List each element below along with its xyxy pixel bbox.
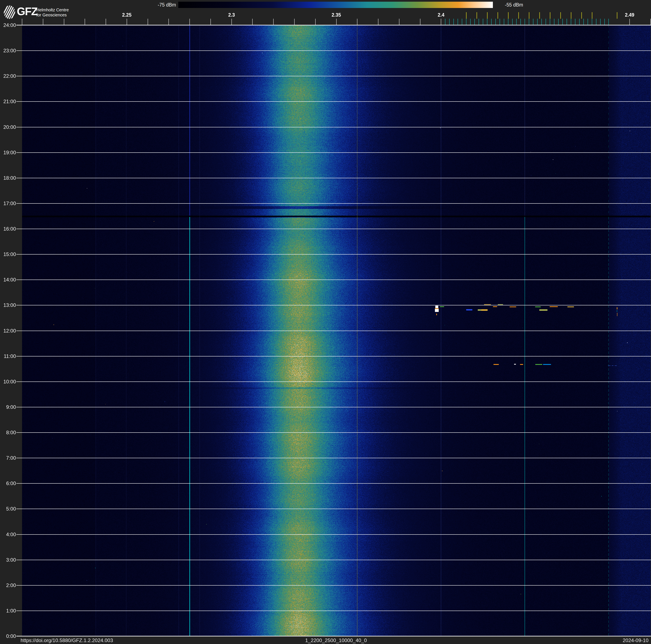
freq-tick	[315, 19, 316, 25]
date-text: 2024-09-10	[623, 638, 649, 643]
colorbar-gradient	[178, 2, 493, 8]
time-label: 1:00	[0, 608, 16, 614]
ble-channel-tick	[600, 19, 600, 25]
org-line1: Helmholtz Centre	[36, 7, 69, 12]
ble-channel-tick	[588, 19, 588, 25]
time-label: 10:00	[0, 379, 16, 384]
time-label: 7:00	[0, 455, 16, 461]
time-label: 17:00	[0, 201, 16, 206]
ble-channel-tick	[546, 19, 546, 25]
ble-channel-tick	[596, 19, 596, 25]
time-label: 12:00	[0, 328, 16, 333]
wifi-channel-tick	[529, 12, 529, 19]
time-label: 3:00	[0, 557, 16, 563]
ble-channel-tick	[504, 19, 504, 25]
time-label: 5:00	[0, 506, 16, 511]
freq-tick	[210, 19, 211, 25]
ble-channel-tick	[541, 19, 542, 25]
ble-channel-tick	[575, 19, 576, 25]
dataset-id-text: 1_2200_2500_10000_40_0	[273, 638, 399, 643]
ble-channel-tick	[537, 19, 537, 25]
ble-channel-tick	[579, 19, 580, 25]
time-label: 11:00	[0, 354, 16, 359]
wifi-channel-tick	[518, 12, 519, 19]
wifi-channel-tick	[560, 12, 561, 19]
ble-channel-tick	[525, 19, 525, 25]
freq-tick	[168, 19, 169, 25]
time-label: 22:00	[0, 74, 16, 79]
freq-tick	[294, 19, 294, 25]
time-label: 0:00	[0, 634, 16, 639]
time-label: 18:00	[0, 175, 16, 181]
ble-channel-tick	[571, 19, 571, 25]
freq-tick	[252, 19, 253, 25]
ble-channel-tick	[516, 19, 517, 25]
time-label: 20:00	[0, 124, 16, 130]
wifi-channel-tick	[476, 12, 477, 19]
time-label: 21:00	[0, 99, 16, 104]
ble-channel-tick	[458, 19, 458, 25]
org-line2: for Geosciences	[36, 12, 69, 18]
gfz-logo-icon	[4, 5, 15, 19]
ble-channel-tick	[512, 19, 513, 25]
time-label: 2:00	[0, 583, 16, 588]
ble-channel-tick	[495, 19, 496, 25]
ble-channel-tick	[491, 19, 492, 25]
ble-channel-tick	[500, 19, 500, 25]
freq-tick	[399, 19, 399, 25]
logo-text: GFZ	[17, 6, 37, 17]
time-label: 8:00	[0, 430, 16, 435]
ble-channel-tick	[487, 19, 488, 25]
wifi-channel-tick	[617, 12, 617, 19]
time-label: 13:00	[0, 302, 16, 308]
freq-tick	[420, 19, 421, 25]
spectrogram-page: GFZ Helmholtz Centre for Geosciences -75…	[0, 0, 651, 644]
ble-channel-tick	[483, 19, 483, 25]
ble-channel-tick	[478, 19, 479, 25]
wifi-channel-tick	[487, 12, 488, 19]
freq-tick	[336, 19, 337, 25]
ble-channel-tick	[592, 19, 592, 25]
freq-tick	[650, 19, 651, 25]
freq-label: 2.49	[620, 12, 639, 18]
doi-text: https://doi.org/10.5880/GFZ.1.2.2024.003	[21, 638, 113, 643]
ble-channel-tick	[608, 19, 609, 25]
ble-channel-tick	[554, 19, 554, 25]
ble-channel-tick	[466, 19, 466, 25]
ble-channel-tick	[508, 19, 508, 25]
ble-channel-tick	[462, 19, 462, 25]
ble-channel-tick	[449, 19, 450, 25]
ble-channel-tick	[583, 19, 584, 25]
ble-channel-tick	[520, 19, 521, 25]
wifi-channel-tick	[592, 12, 592, 19]
ble-channel-tick	[604, 19, 605, 25]
ble-channel-tick	[470, 19, 471, 25]
ble-channel-tick	[529, 19, 529, 25]
colorbar-max-label: -55 dBm	[505, 2, 551, 8]
wifi-channel-tick	[539, 12, 540, 19]
wifi-channel-tick	[571, 12, 571, 19]
freq-label: 2.4	[432, 12, 451, 18]
brand: GFZ Helmholtz Centre for Geosciences	[0, 0, 147, 25]
time-label: 15:00	[0, 252, 16, 257]
time-label: 19:00	[0, 150, 16, 155]
org-name: Helmholtz Centre for Geosciences	[36, 7, 69, 18]
ble-channel-tick	[454, 19, 454, 25]
time-label: 4:00	[0, 532, 16, 537]
freq-tick	[441, 19, 441, 25]
ble-channel-tick	[550, 19, 550, 25]
freq-tick	[629, 19, 630, 25]
time-label: 16:00	[0, 226, 16, 232]
freq-tick	[357, 19, 358, 25]
wifi-channel-tick	[550, 12, 550, 19]
time-label: 6:00	[0, 481, 16, 486]
wifi-channel-tick	[581, 12, 582, 19]
time-label: 23:00	[0, 48, 16, 53]
time-label: 9:00	[0, 404, 16, 410]
freq-tick	[189, 19, 190, 25]
freq-tick	[378, 19, 378, 25]
spectrogram-heatmap	[22, 25, 651, 636]
ble-channel-tick	[562, 19, 563, 25]
freq-tick	[273, 19, 274, 25]
ble-channel-tick	[445, 19, 445, 25]
